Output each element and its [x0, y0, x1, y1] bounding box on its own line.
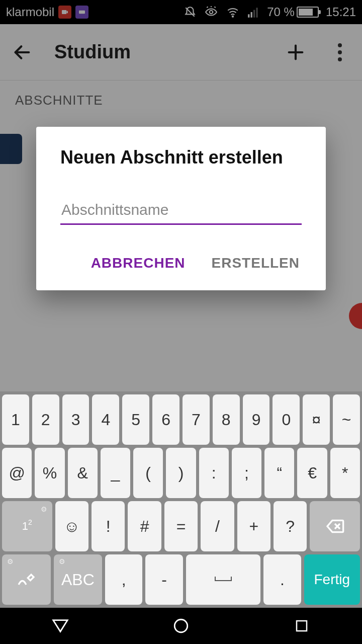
key-space[interactable] — [186, 554, 261, 605]
key-question[interactable]: ? — [274, 501, 307, 551]
nav-recent-button[interactable] — [288, 612, 316, 640]
soft-keyboard: 1 2 3 4 5 6 7 8 9 0 ¤ ~ @ % & _ ( ) : ; … — [0, 391, 362, 608]
key-emoji[interactable]: ☺ — [55, 501, 88, 551]
key-hash[interactable]: # — [128, 501, 161, 551]
key-6[interactable]: 6 — [152, 394, 179, 445]
key-backspace[interactable] — [310, 501, 360, 551]
svg-rect-19 — [297, 621, 307, 631]
key-2[interactable]: 2 — [32, 394, 59, 445]
cancel-button[interactable]: ABBRECHEN — [89, 250, 188, 276]
svg-marker-17 — [53, 620, 67, 632]
section-name-input[interactable] — [60, 198, 302, 225]
nav-back-button[interactable] — [46, 612, 74, 640]
key-abc[interactable]: ⚙ ABC — [54, 554, 103, 605]
key-symbol-page[interactable]: ⚙ 12 — [2, 501, 52, 551]
key-at[interactable]: @ — [2, 448, 32, 498]
key-comma[interactable]: , — [105, 554, 142, 605]
key-underscore[interactable]: _ — [101, 448, 130, 498]
dialog-title: Neuen Abschnitt erstellen — [60, 147, 302, 168]
key-1[interactable]: 1 — [2, 394, 29, 445]
key-quote[interactable]: “ — [264, 448, 294, 498]
key-currency[interactable]: ¤ — [303, 394, 330, 445]
key-4[interactable]: 4 — [92, 394, 119, 445]
key-tilde[interactable]: ~ — [333, 394, 360, 445]
key-9[interactable]: 9 — [243, 394, 270, 445]
key-equals[interactable]: = — [164, 501, 198, 551]
key-0[interactable]: 0 — [273, 394, 300, 445]
key-5[interactable]: 5 — [122, 394, 149, 445]
key-asterisk[interactable]: * — [330, 448, 360, 498]
svg-point-18 — [174, 619, 188, 632]
key-exclaim[interactable]: ! — [92, 501, 125, 551]
key-7[interactable]: 7 — [183, 394, 210, 445]
nav-home-button[interactable] — [167, 612, 195, 640]
key-colon[interactable]: : — [199, 448, 229, 498]
key-dash[interactable]: - — [145, 554, 183, 605]
key-8[interactable]: 8 — [213, 394, 240, 445]
key-slash[interactable]: / — [201, 501, 234, 551]
key-percent[interactable]: % — [35, 448, 64, 498]
key-semicolon[interactable]: ; — [232, 448, 261, 498]
create-button[interactable]: ERSTELLEN — [210, 250, 302, 276]
key-plus[interactable]: + — [237, 501, 270, 551]
key-ampersand[interactable]: & — [68, 448, 98, 498]
android-nav-bar — [0, 608, 362, 644]
key-lparen[interactable]: ( — [133, 448, 163, 498]
create-section-dialog: Neuen Abschnitt erstellen ABBRECHEN ERST… — [36, 127, 326, 290]
key-rparen[interactable]: ) — [166, 448, 196, 498]
key-done[interactable]: Fertig — [304, 554, 360, 605]
key-euro[interactable]: € — [297, 448, 327, 498]
key-3[interactable]: 3 — [62, 394, 89, 445]
key-handwriting[interactable]: ⚙ — [2, 554, 51, 605]
key-period[interactable]: . — [263, 554, 301, 605]
